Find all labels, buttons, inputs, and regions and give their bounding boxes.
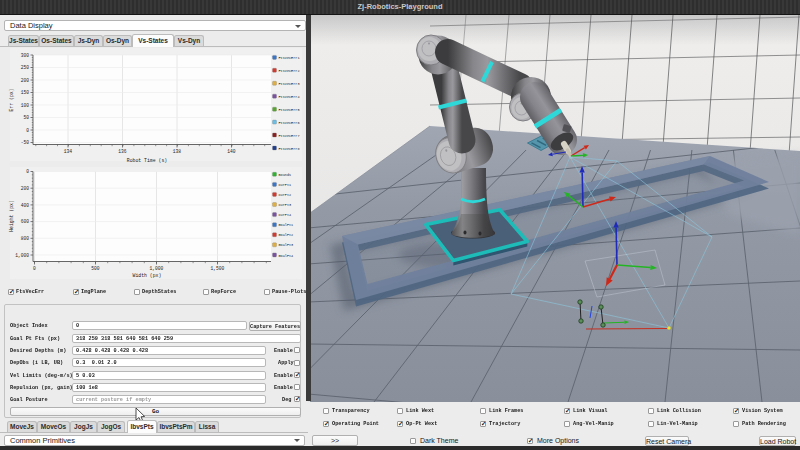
svg-text:FtsVecErr7: FtsVecErr7 — [279, 134, 300, 138]
svg-text:150: 150 — [21, 90, 30, 95]
svg-text:Err (px): Err (px) — [9, 88, 14, 111]
svg-text:1,000: 1,000 — [150, 266, 164, 271]
svg-text:FtsVecErr4: FtsVecErr4 — [279, 95, 300, 99]
svg-text:200: 200 — [21, 78, 30, 83]
svg-text:GoalPt2: GoalPt2 — [279, 233, 294, 237]
svg-text:100: 100 — [21, 103, 30, 108]
svg-text:138: 138 — [173, 149, 182, 154]
svg-text:CurPt1: CurPt1 — [279, 183, 292, 187]
svg-text:1,500: 1,500 — [211, 266, 225, 271]
svg-text:Width (px): Width (px) — [133, 273, 162, 278]
svg-text:600: 600 — [21, 219, 30, 224]
svg-text:400: 400 — [21, 203, 30, 208]
svg-text:Bounds: Bounds — [279, 173, 292, 177]
svg-text:500: 500 — [91, 266, 100, 271]
svg-text:0: 0 — [33, 266, 36, 271]
svg-text:FtsVecErr3: FtsVecErr3 — [279, 82, 300, 86]
svg-text:250: 250 — [21, 65, 30, 70]
svg-text:CurPt2: CurPt2 — [279, 193, 292, 197]
svg-text:200: 200 — [21, 186, 30, 191]
svg-text:FtsVecErr8: FtsVecErr8 — [279, 147, 300, 151]
svg-text:0: 0 — [26, 128, 29, 133]
svg-text:134: 134 — [64, 149, 73, 154]
svg-text:50: 50 — [23, 115, 29, 120]
svg-text:GoalPt1: GoalPt1 — [279, 223, 294, 227]
svg-text:-50: -50 — [21, 140, 30, 145]
svg-text:FtsVecErr5: FtsVecErr5 — [279, 108, 300, 112]
svg-text:FtsVecErr6: FtsVecErr6 — [279, 121, 300, 125]
svg-text:136: 136 — [118, 149, 127, 154]
svg-text:CurPt3: CurPt3 — [279, 203, 292, 207]
svg-text:GoalPt3: GoalPt3 — [279, 243, 294, 247]
svg-text:300: 300 — [21, 53, 30, 58]
svg-text:CurPt4: CurPt4 — [279, 213, 292, 217]
svg-text:FtsVecErr1: FtsVecErr1 — [279, 56, 300, 60]
svg-text:0: 0 — [26, 169, 29, 174]
svg-text:FtsVecErr2: FtsVecErr2 — [279, 69, 300, 73]
svg-text:Height (px): Height (px) — [9, 200, 14, 232]
svg-text:800: 800 — [21, 236, 30, 241]
svg-text:Robot Time (s): Robot Time (s) — [127, 158, 167, 163]
svg-text:140: 140 — [227, 149, 236, 154]
svg-text:GoalPt4: GoalPt4 — [279, 254, 294, 258]
svg-text:1,000: 1,000 — [15, 253, 29, 258]
